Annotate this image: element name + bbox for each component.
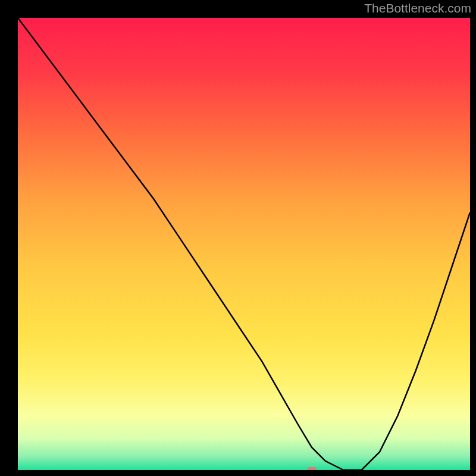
optimum-marker [307, 467, 317, 470]
plot-area [18, 18, 470, 470]
watermark-text: TheBottleneck.com [364, 1, 471, 15]
bottleneck-curve [18, 18, 470, 470]
chart-container: TheBottleneck.com [0, 0, 476, 476]
